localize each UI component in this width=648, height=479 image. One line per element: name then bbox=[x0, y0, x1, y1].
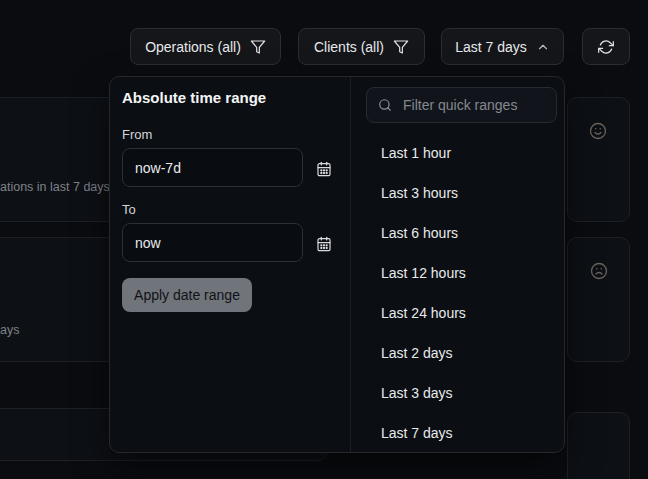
from-label: From bbox=[122, 127, 152, 142]
time-range-label: Last 7 days bbox=[455, 39, 527, 55]
time-range-dropdown: Absolute time range From To Apply date r… bbox=[109, 76, 565, 453]
funnel-icon bbox=[393, 39, 409, 55]
smiley-happy-icon bbox=[589, 122, 607, 140]
operations-filter-button[interactable]: Operations (all) bbox=[130, 28, 281, 65]
panel-divider bbox=[350, 77, 351, 452]
quick-range-list: Last 1 hour Last 3 hours Last 6 hours La… bbox=[358, 133, 557, 453]
quick-range-option[interactable]: Last 3 days bbox=[358, 373, 557, 413]
quick-range-option[interactable]: Last 24 hours bbox=[358, 293, 557, 333]
metric-card-row1-right bbox=[567, 97, 630, 222]
app-window: ations in last 7 days ays Operations (al… bbox=[0, 0, 648, 479]
clients-filter-label: Clients (all) bbox=[314, 39, 384, 55]
quick-range-search-input[interactable] bbox=[401, 96, 545, 114]
metric-caption-row2: ays bbox=[0, 323, 19, 337]
metric-card-row2-right bbox=[567, 237, 630, 362]
quick-range-option[interactable]: Last 1 hour bbox=[358, 133, 557, 173]
refresh-icon bbox=[598, 39, 614, 55]
quick-range-option[interactable]: Last 2 days bbox=[358, 333, 557, 373]
to-calendar-icon[interactable] bbox=[316, 235, 334, 253]
quick-range-search[interactable] bbox=[366, 87, 557, 123]
quick-range-option[interactable]: Last 7 days bbox=[358, 413, 557, 453]
metric-caption-row1: ations in last 7 days bbox=[0, 180, 110, 194]
apply-date-range-button[interactable]: Apply date range bbox=[122, 278, 252, 312]
to-input[interactable] bbox=[122, 223, 303, 262]
funnel-icon bbox=[250, 39, 266, 55]
absolute-range-title: Absolute time range bbox=[122, 89, 266, 106]
quick-range-option[interactable]: Last 6 hours bbox=[358, 213, 557, 253]
refresh-button[interactable] bbox=[582, 28, 630, 65]
chevron-up-icon bbox=[536, 40, 550, 54]
to-label: To bbox=[122, 202, 136, 217]
smiley-sad-icon bbox=[590, 262, 608, 280]
from-input[interactable] bbox=[122, 148, 303, 187]
operations-filter-label: Operations (all) bbox=[145, 39, 241, 55]
quick-range-option[interactable]: Last 3 hours bbox=[358, 173, 557, 213]
quick-range-option[interactable]: Last 12 hours bbox=[358, 253, 557, 293]
search-icon bbox=[378, 98, 392, 112]
clients-filter-button[interactable]: Clients (all) bbox=[298, 28, 425, 65]
time-range-button[interactable]: Last 7 days bbox=[441, 28, 564, 65]
metric-card-row3-right bbox=[567, 412, 630, 479]
from-calendar-icon[interactable] bbox=[316, 160, 334, 178]
